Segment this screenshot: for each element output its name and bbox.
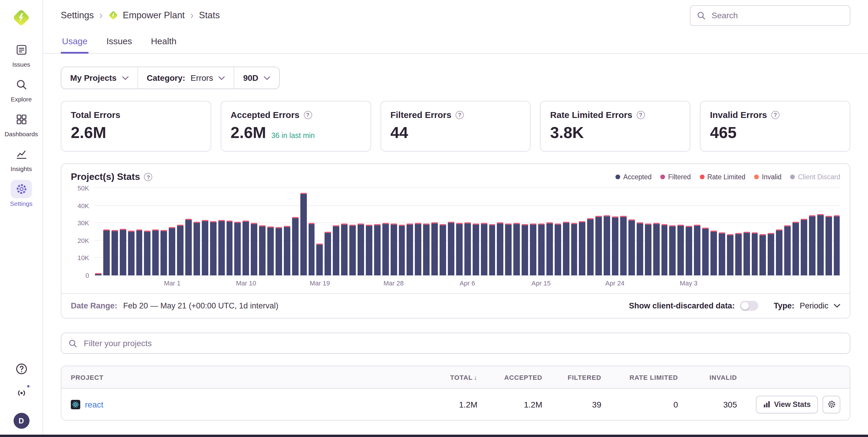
chart-bar[interactable] [522, 188, 528, 275]
chart-bar[interactable] [144, 188, 151, 275]
chart-bar[interactable] [382, 188, 389, 275]
info-icon[interactable]: ? [771, 110, 779, 119]
chart-bar[interactable] [489, 188, 495, 275]
sidebar-item-dashboards[interactable]: Dashboards [0, 110, 42, 137]
chart-bar[interactable] [743, 188, 750, 275]
chart-bar[interactable] [161, 188, 167, 275]
chart-bar[interactable] [612, 188, 618, 275]
breadcrumb-stats[interactable]: Stats [199, 10, 220, 21]
chart-bar[interactable] [226, 188, 233, 275]
chart-bar[interactable] [128, 188, 134, 275]
chart-bar[interactable] [259, 188, 266, 275]
chart-bar[interactable] [817, 188, 824, 275]
type-selector[interactable]: Type: Periodic [774, 301, 840, 310]
chart-bar[interactable] [251, 188, 257, 275]
chart-bar[interactable] [571, 188, 578, 275]
project-settings-button[interactable] [823, 396, 840, 413]
chart-bar[interactable] [292, 188, 299, 275]
chart-bar[interactable] [284, 188, 290, 275]
chart-bar[interactable] [210, 188, 216, 275]
chart-bar[interactable] [620, 188, 627, 275]
chart-bar[interactable] [825, 188, 832, 275]
chart-bar[interactable] [661, 188, 668, 275]
chart-bar[interactable] [243, 188, 249, 275]
chart-bar[interactable] [341, 188, 347, 275]
chart-bar[interactable] [497, 188, 504, 275]
chart-bar[interactable] [694, 188, 701, 275]
chart-bar[interactable] [760, 188, 766, 275]
chart-bar[interactable] [637, 188, 643, 275]
chart-bar[interactable] [153, 188, 159, 275]
chart-bar[interactable] [448, 188, 454, 275]
chart-bar[interactable] [686, 188, 692, 275]
chart-bar[interactable] [702, 188, 709, 275]
legend-invalid[interactable]: Invalid [754, 173, 781, 180]
chart-bar[interactable] [784, 188, 791, 275]
chart-bar[interactable] [645, 188, 651, 275]
chart-bar[interactable] [325, 188, 331, 275]
project-selector[interactable]: My Projects [61, 67, 137, 89]
chart-bar[interactable] [464, 188, 471, 275]
chart-bar[interactable] [587, 188, 594, 275]
chart-bar[interactable] [177, 188, 184, 275]
category-selector[interactable]: Category: Errors [137, 67, 234, 89]
info-icon[interactable]: ? [637, 110, 645, 119]
chart-bar[interactable] [834, 188, 840, 275]
org-logo-icon[interactable] [11, 8, 31, 28]
chart-bar[interactable] [793, 188, 799, 275]
legend-rate-limited[interactable]: Rate Limited [700, 173, 745, 180]
user-avatar[interactable]: D [13, 413, 29, 429]
chart-bar[interactable] [751, 188, 758, 275]
broadcast-icon[interactable] [14, 386, 28, 400]
chart-bar[interactable] [563, 188, 569, 275]
chart-bar[interactable] [431, 188, 438, 275]
chart-bar[interactable] [136, 188, 143, 275]
chart-bar[interactable] [735, 188, 741, 275]
chart-bar[interactable] [547, 188, 553, 275]
chart-bar[interactable] [579, 188, 586, 275]
col-total-sort[interactable]: TOTAL↓ [415, 374, 477, 381]
chart-bar[interactable] [538, 188, 545, 275]
legend-client-discard[interactable]: Client Discard [790, 173, 840, 180]
sidebar-item-explore[interactable]: Explore [0, 75, 42, 103]
chart-bar[interactable] [456, 188, 463, 275]
chart-bar[interactable] [407, 188, 413, 275]
chart-bar[interactable] [505, 188, 512, 275]
chart-bar[interactable] [710, 188, 717, 275]
chart-bar[interactable] [317, 188, 323, 275]
chart-bar[interactable] [202, 188, 208, 275]
chart-bar[interactable] [670, 188, 676, 275]
chart-bar[interactable] [480, 188, 487, 275]
chart-bar[interactable] [267, 188, 274, 275]
chart-bar[interactable] [678, 188, 684, 275]
chart-bar[interactable] [390, 188, 397, 275]
global-search-input[interactable] [710, 10, 843, 21]
chart-bar[interactable] [95, 188, 101, 275]
chart-bar[interactable] [333, 188, 340, 275]
date-range-selector[interactable]: 90D [234, 67, 279, 89]
tab-issues[interactable]: Issues [105, 31, 133, 54]
chart-bar[interactable] [809, 188, 815, 275]
chart-bar[interactable] [185, 188, 192, 275]
chart-bar[interactable] [719, 188, 725, 275]
chart-bar[interactable] [300, 188, 307, 275]
tab-usage[interactable]: Usage [61, 31, 89, 54]
chart-bar[interactable] [727, 188, 734, 275]
chart-bar[interactable] [628, 188, 635, 275]
chart-bar[interactable] [308, 188, 315, 275]
sidebar-item-insights[interactable]: Insights [0, 145, 42, 172]
chart-bar[interactable] [423, 188, 430, 275]
chart-bar[interactable] [218, 188, 224, 275]
chart-bar[interactable] [112, 188, 118, 275]
chart-bar[interactable] [366, 188, 372, 275]
chart-bar[interactable] [415, 188, 422, 275]
view-stats-button[interactable]: View Stats [755, 396, 818, 413]
client-discard-toggle[interactable] [740, 301, 758, 311]
chart-bar[interactable] [193, 188, 200, 275]
legend-filtered[interactable]: Filtered [660, 173, 691, 180]
chart-bar[interactable] [440, 188, 446, 275]
chart-bar[interactable] [399, 188, 405, 275]
project-filter[interactable] [61, 333, 850, 354]
chart-bar[interactable] [768, 188, 774, 275]
sidebar-item-issues[interactable]: Issues [0, 41, 42, 68]
